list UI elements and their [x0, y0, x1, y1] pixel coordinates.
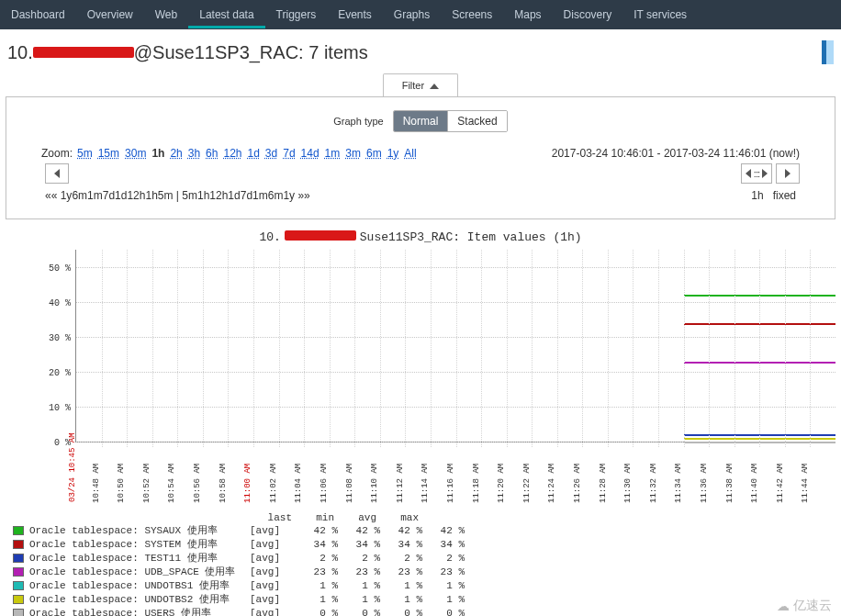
x-tick-label: 11:32 AM	[649, 464, 658, 503]
title-prefix: 10.	[7, 42, 33, 63]
zoom-14d[interactable]: 14d	[301, 147, 320, 160]
legend-last: 2 %	[296, 553, 338, 564]
shift-right-1m[interactable]: 1m	[252, 189, 268, 202]
legend-max: 1 %	[422, 580, 465, 591]
x-tick-label: 11:20 AM	[497, 464, 506, 503]
shift-left-1h[interactable]: 1h	[145, 189, 157, 202]
zoom-30m[interactable]: 30m	[125, 147, 146, 160]
x-gridline	[759, 250, 760, 447]
zoom-1m[interactable]: 1m	[325, 147, 341, 160]
legend-min: 1 %	[338, 580, 380, 591]
x-gridline	[279, 250, 280, 447]
legend-swatch	[13, 567, 24, 577]
zoom-All[interactable]: All	[404, 147, 416, 160]
nav-item-screens[interactable]: Screens	[441, 1, 503, 28]
range-from[interactable]: 2017-03-24 10:46:01	[552, 147, 654, 160]
shift-left-1y[interactable]: 1y	[61, 189, 73, 202]
zoom-1y[interactable]: 1y	[387, 147, 399, 160]
zoom-15m[interactable]: 15m	[98, 147, 119, 160]
nav-item-events[interactable]: Events	[327, 1, 383, 28]
x-gridline	[507, 250, 508, 447]
legend-last: 42 %	[296, 525, 338, 536]
shift-right-6m[interactable]: 6m	[268, 189, 284, 202]
nav-item-overview[interactable]: Overview	[76, 1, 144, 28]
zoom-12h[interactable]: 12h	[223, 147, 241, 160]
x-gridline	[608, 250, 609, 447]
shift-left-12h[interactable]: 12h	[127, 189, 145, 202]
legend-agg: [avg]	[250, 553, 296, 564]
zoom-3h[interactable]: 3h	[188, 147, 200, 160]
zoom-6h[interactable]: 6h	[206, 147, 218, 160]
chart-title: 10. Suse11SP3_RAC: Item values (1h)	[0, 230, 841, 244]
shift-right-1y[interactable]: 1y	[283, 189, 295, 202]
chevron-right-icon	[762, 169, 768, 178]
next-button[interactable]	[776, 163, 800, 184]
zoom-7d[interactable]: 7d	[283, 147, 295, 160]
x-gridline	[709, 250, 710, 447]
nav-left-btns	[45, 163, 69, 184]
nav-item-discovery[interactable]: Discovery	[553, 1, 623, 28]
nav-item-web[interactable]: Web	[144, 1, 188, 28]
x-gridline	[177, 250, 178, 447]
legend-name: Oracle tablespace: TEST11 使用率	[29, 551, 250, 565]
nav-item-maps[interactable]: Maps	[503, 1, 552, 28]
shift-left-5m[interactable]: 5m	[158, 189, 174, 202]
x-tick-label: 11:36 AM	[700, 464, 709, 503]
shift-right-5m[interactable]: 5m	[182, 189, 197, 202]
filter-toggle[interactable]: Filter	[383, 73, 459, 96]
legend-row: Oracle tablespace: SYSAUX 使用率[avg]42 %42…	[13, 523, 841, 537]
shift-left-1d[interactable]: 1d	[115, 189, 127, 202]
graph-type-stacked[interactable]: Stacked	[447, 111, 506, 131]
x-tick-label: 11:04 AM	[294, 464, 303, 503]
x-tick-label: 11:22 AM	[522, 464, 532, 503]
chart-plot-area[interactable]: 0 %10 %20 %30 %40 %50 %	[75, 250, 835, 442]
x-gridline	[330, 250, 331, 447]
legend-swatch	[13, 554, 24, 563]
legend-avg: 23 %	[380, 566, 422, 577]
nav-item-triggers[interactable]: Triggers	[265, 1, 328, 28]
nav-item-it-services[interactable]: IT services	[622, 1, 698, 28]
zoom-2h[interactable]: 2h	[170, 147, 182, 160]
legend-avg: 42 %	[380, 525, 422, 536]
nav-row: :::	[6, 162, 835, 185]
graph-type-normal[interactable]: Normal	[394, 111, 448, 131]
shift-right-12h[interactable]: 12h	[209, 189, 228, 202]
shift-right-1d[interactable]: 1d	[228, 189, 240, 202]
legend-max: 2 %	[422, 553, 465, 564]
legend-name: Oracle tablespace: UDB_SPACE 使用率	[29, 565, 250, 578]
nav-item-dashboard[interactable]: Dashboard	[0, 1, 76, 28]
zoom-3m[interactable]: 3m	[345, 147, 361, 160]
zoom-3d[interactable]: 3d	[265, 147, 277, 160]
legend-max: 42 %	[422, 525, 465, 536]
legend-row: Oracle tablespace: UNDOTBS1 使用率[avg]1 %1…	[13, 578, 841, 592]
x-tick-label: 11:38 AM	[725, 464, 734, 503]
legend-agg: [avg]	[250, 594, 296, 605]
favorite-icon[interactable]	[822, 40, 834, 64]
zoom-1d[interactable]: 1d	[248, 147, 260, 160]
shift-left-7d[interactable]: 7d	[103, 189, 115, 202]
zoom-6m[interactable]: 6m	[366, 147, 382, 160]
period-label: 1h	[751, 189, 763, 202]
zoom-label: Zoom:	[41, 147, 73, 160]
filter-tab-row: Filter	[0, 73, 841, 96]
nav-item-latest-data[interactable]: Latest data	[188, 1, 264, 28]
zoom-1h[interactable]: 1h	[151, 147, 164, 160]
x-gridline	[810, 250, 811, 447]
zoom-5m[interactable]: 5m	[77, 147, 93, 160]
range-scrub-button[interactable]: :::	[741, 163, 772, 184]
graph-type-group: NormalStacked	[393, 110, 508, 132]
x-tick-label: 11:16 AM	[446, 464, 455, 503]
x-gridline	[684, 250, 685, 447]
shift-left-6m[interactable]: 6m	[72, 189, 87, 202]
shift-left-1m[interactable]: 1m	[87, 189, 103, 202]
range-to[interactable]: 2017-03-24 11:46:01 (now!)	[664, 147, 800, 160]
shift-right-7d[interactable]: 7d	[241, 189, 252, 202]
x-tick-label: 11:12 AM	[396, 464, 405, 503]
prev-button[interactable]	[45, 163, 69, 184]
nav-item-graphs[interactable]: Graphs	[383, 1, 441, 28]
fixed-link[interactable]: fixed	[773, 189, 796, 202]
y-tick-label: 50 %	[49, 263, 71, 274]
shift-right-1h[interactable]: 1h	[197, 189, 209, 202]
x-tick-label: 10:54 AM	[167, 464, 176, 503]
legend-swatch	[13, 540, 24, 549]
